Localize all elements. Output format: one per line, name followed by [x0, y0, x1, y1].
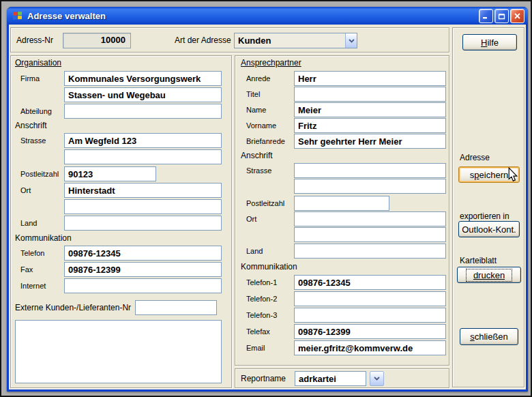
karteiblatt-label: Karteiblatt	[460, 256, 497, 265]
contact-postleitzahl-field[interactable]	[294, 196, 389, 211]
close-button[interactable]	[510, 9, 524, 23]
sidebar-panel: Hilfe Adresse speichern exportieren in O…	[452, 27, 524, 387]
land-field[interactable]	[64, 216, 222, 231]
maximize-button[interactable]	[494, 9, 509, 23]
contact-kommunikation-section-title: Kommunikation	[241, 262, 446, 272]
postleitzahl-label: Postleitzahl	[15, 170, 64, 178]
internet-field[interactable]	[64, 278, 222, 293]
contact-ort-label: Ort	[241, 215, 294, 223]
firma-label: Firma	[15, 74, 64, 83]
fax-label: Fax	[15, 265, 64, 274]
notes-textarea[interactable]	[15, 320, 222, 383]
titlebar[interactable]: Adresse verwalten	[7, 7, 528, 25]
telefon3-label: Telefon-3	[241, 311, 294, 319]
contact-plz-row: Postleitzahl	[241, 196, 446, 211]
telefon1-field[interactable]	[294, 275, 446, 290]
outlook-label: Outlook-Kont.	[462, 224, 516, 235]
outlook-button[interactable]: Outlook-Kont.	[458, 221, 520, 237]
minimize-icon	[482, 12, 490, 20]
organisation-section-title: Organisation	[15, 58, 222, 69]
schliessen-button[interactable]: schließen	[460, 328, 518, 345]
address-type-dropdown-button[interactable]	[345, 33, 357, 48]
contact-strasse-label: Strasse	[241, 166, 294, 175]
ort2-field[interactable]	[64, 199, 222, 214]
contact-ort2-field[interactable]	[294, 227, 446, 242]
plz-row: Postleitzahl	[15, 166, 222, 181]
externe-nr-field[interactable]	[135, 300, 217, 315]
contact-strasse2-field[interactable]	[294, 179, 446, 194]
contact-ort2-row	[241, 227, 446, 242]
titel-field[interactable]	[294, 87, 446, 102]
contact-postleitzahl-label: Postleitzahl	[241, 199, 294, 207]
telefon-row: Telefon	[15, 246, 222, 261]
ansprechpartner-section-title: Ansprechpartner	[241, 58, 446, 69]
speichern-button[interactable]: speichern	[458, 166, 520, 183]
client-area: Adress-Nr 10000 Art der Adresse Kunden O…	[9, 25, 526, 389]
email-row: Email	[241, 340, 446, 355]
telefax-label: Telefax	[241, 327, 294, 336]
address-type-value: Kunden	[235, 35, 345, 46]
vorname-field[interactable]	[294, 118, 446, 133]
externe-nr-label: Externe Kunden-/Lieferanten-Nr	[15, 303, 131, 312]
report-dropdown-button[interactable]	[370, 371, 384, 386]
drucken-button[interactable]: drucken	[457, 267, 521, 283]
telefax-row: Telefax	[241, 324, 446, 339]
ort-label: Ort	[15, 186, 64, 194]
internet-row: Internet	[15, 278, 222, 293]
reportname-label: Reportname	[241, 374, 286, 383]
contact-strasse-field[interactable]	[294, 163, 446, 178]
firma-field[interactable]	[64, 71, 222, 86]
schliessen-label-post: chließen	[475, 332, 508, 342]
briefanrede-field[interactable]	[294, 134, 446, 149]
firma2-field[interactable]	[64, 87, 222, 102]
ort2-row	[15, 199, 222, 214]
address-type-select[interactable]: Kunden	[234, 33, 357, 48]
report-panel: Reportname	[235, 368, 449, 388]
org-kommunikation-section-title: Kommunikation	[15, 233, 222, 244]
telefon2-label: Telefon-2	[241, 295, 294, 303]
organisation-panel: Organisation Firma Abteilung Anschrift S…	[10, 55, 232, 388]
strasse-row: Strasse	[15, 133, 222, 148]
telefax-field[interactable]	[294, 324, 446, 339]
strasse-field[interactable]	[64, 133, 222, 148]
anrede-field[interactable]	[294, 71, 446, 86]
ort-field[interactable]	[64, 183, 222, 198]
briefanrede-row: Briefanrede	[241, 134, 446, 149]
email-field[interactable]	[294, 340, 446, 355]
art-der-adresse-label: Art der Adresse	[175, 35, 231, 45]
contact-land-field[interactable]	[294, 244, 446, 259]
reportname-field[interactable]	[295, 371, 366, 386]
telefon1-row: Telefon-1	[241, 275, 446, 290]
adress-nr-field: 10000	[63, 33, 131, 48]
close-icon	[514, 12, 521, 20]
telefon3-row: Telefon-3	[241, 308, 446, 323]
firma-row: Firma	[15, 71, 222, 86]
name-row: Name	[241, 102, 446, 117]
window-title: Adresse verwalten	[27, 11, 477, 21]
org-anschrift-section-title: Anschrift	[15, 121, 222, 131]
vorname-label: Vorname	[241, 121, 294, 130]
telefon3-field[interactable]	[294, 308, 446, 323]
strasse-label: Strasse	[15, 136, 64, 145]
titel-label: Titel	[241, 90, 294, 98]
telefon-label: Telefon	[15, 249, 64, 257]
telefon-field[interactable]	[64, 246, 222, 261]
fax-field[interactable]	[64, 262, 222, 277]
contact-ort-field[interactable]	[294, 211, 446, 226]
contact-land-row: Land	[241, 244, 446, 259]
name-field[interactable]	[294, 102, 446, 117]
contact-strasse-row: Strasse	[241, 163, 446, 178]
ansprechpartner-panel: Ansprechpartner Anrede Titel Name Vornam…	[235, 55, 449, 366]
abteilung-field[interactable]	[64, 104, 222, 119]
postleitzahl-field[interactable]	[64, 166, 156, 181]
minimize-button[interactable]	[479, 9, 493, 23]
abteilung-label: Abteilung	[15, 107, 64, 115]
anrede-label: Anrede	[241, 74, 294, 83]
strasse2-field[interactable]	[64, 149, 222, 164]
hilfe-button[interactable]: Hilfe	[462, 34, 517, 50]
header-panel: Adress-Nr 10000 Art der Adresse Kunden	[10, 27, 449, 53]
internet-label: Internet	[15, 282, 64, 290]
abteilung-row: Abteilung	[15, 104, 222, 119]
telefon2-field[interactable]	[294, 291, 446, 306]
telefon2-row: Telefon-2	[241, 291, 446, 306]
